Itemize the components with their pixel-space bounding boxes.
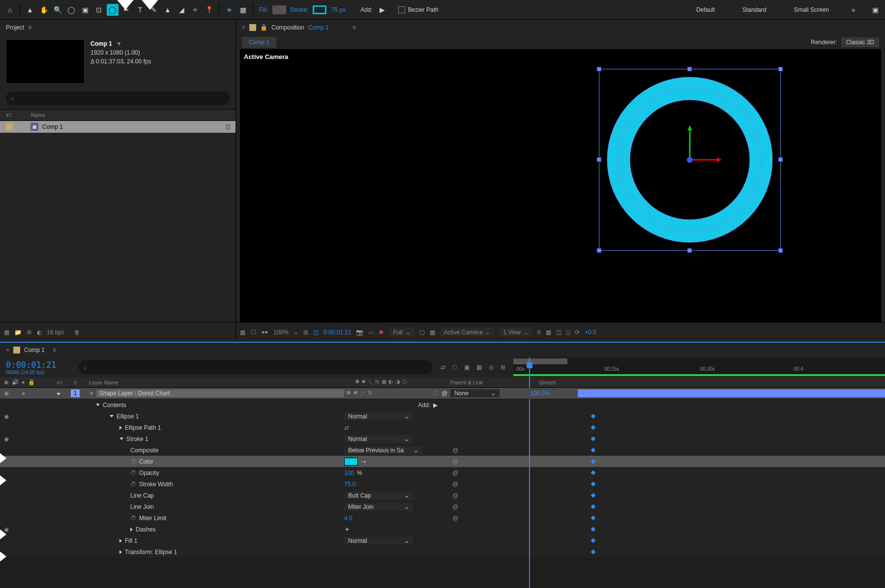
twirl-down-icon[interactable] [96,404,100,406]
workspace-default[interactable]: Default [696,6,715,13]
project-tab-title[interactable]: Project [6,24,24,31]
project-search[interactable]: ⌕ [6,91,230,105]
prop-color[interactable]: ⏱Color ⇢ @ [0,456,885,467]
parent-dropdown[interactable]: None⌄ [450,389,500,397]
solo-col-icon[interactable]: ● [22,379,25,385]
layers-icon[interactable]: ▦ [476,364,482,371]
home-icon[interactable]: ⌂ [4,4,16,16]
flowchart-icon[interactable]: ⌹ [226,123,230,130]
add-dash-icon[interactable]: ＋ [344,525,350,533]
stopwatch-icon[interactable]: ⏱ [130,515,136,522]
layer-name[interactable]: Shape Layer - Donut Chart [96,389,344,397]
prop-composite[interactable]: Composite Below Previous in Sa⌄ @ [0,444,885,456]
bbox-handle[interactable] [597,67,601,71]
selection-tool-icon[interactable]: ▲ [24,4,36,16]
camera-tool-icon[interactable]: ▣ [79,4,91,16]
view-opt-icon[interactable]: ◫ [556,329,561,336]
color-swatch[interactable] [344,458,358,466]
label-col-icon[interactable]: 🏷 [57,380,65,385]
comp-settings-icon[interactable]: ⚙ [27,329,32,336]
prop-miter-limit[interactable]: ⏱Miter Limit 4.0 @ [0,512,885,524]
bbox-handle[interactable] [687,248,692,253]
twirl-down-icon[interactable] [110,415,114,417]
alpha-icon[interactable]: ▦ [240,329,245,336]
bbox-handle[interactable] [687,67,692,71]
eye-col-icon[interactable]: ◉ [4,379,9,385]
3d-icon[interactable]: ⬡ [452,364,457,371]
timeline-search[interactable]: ⌕ [79,360,433,374]
camera-dropdown[interactable]: Active Camera⌄ [440,328,495,337]
stopwatch-icon[interactable]: ⏱ [130,481,136,488]
expression-spiral-icon[interactable]: @ [452,515,458,522]
prop-contents[interactable]: Contents Add:▶ [0,399,885,411]
twirl-down-icon[interactable] [57,393,60,395]
solo-dot[interactable]: ● [22,390,25,397]
refresh-icon[interactable]: ⟳ [575,329,580,336]
eye-icon[interactable]: ◉ [4,413,9,420]
time-ruler[interactable]: :00s 00:15s 00:30s 00:4 [513,357,885,377]
project-item-row[interactable]: ▦ Comp 1 ⌹ [0,121,236,133]
expression-spiral-icon[interactable]: @ [452,458,458,465]
panel-menu-icon[interactable]: ≡ [53,347,56,353]
fill-swatch[interactable] [272,5,286,14]
reticle-icon[interactable]: ⊞ [303,329,308,336]
bpc-value[interactable]: 16 bpc [47,329,64,336]
name-column-header[interactable]: Name [31,112,45,118]
timecode-display[interactable]: 0:00:01:21 [324,329,352,336]
eye-icon[interactable]: ◉ [4,390,9,397]
comp-thumbnail[interactable] [6,39,85,84]
blend-mode-dropdown[interactable]: Normal⌄ [344,537,413,545]
pan-behind-tool-icon[interactable]: ⊡ [93,4,105,16]
expression-spiral-icon[interactable]: @ [452,503,458,510]
zoom-tool-icon[interactable]: 🔍 [52,4,63,16]
star-icon[interactable]: ★ [223,4,235,16]
view-opt-icon[interactable]: ⌹ [566,329,570,336]
snapshot-icon[interactable]: 📷 [356,329,363,336]
resolution-dropdown[interactable]: Full⌄ [389,328,414,337]
panel-menu-icon[interactable]: ≡ [353,24,356,31]
views-dropdown[interactable]: 1 View⌄ [499,328,532,337]
twirl-right-icon[interactable] [119,550,122,554]
panel-menu-icon[interactable]: ≡ [28,24,31,31]
blend-mode-dropdown[interactable]: Normal⌄ [344,435,413,443]
interpret-icon[interactable]: ▦ [4,329,9,336]
breadcrumb[interactable]: Comp 1 [242,37,276,48]
eye-icon[interactable]: ◉ [4,436,9,442]
view-opt-icon[interactable]: ⎘ [537,329,541,336]
channels-icon[interactable]: ❖ [379,329,384,336]
eyedropper-icon[interactable]: ⇢ [361,458,366,465]
composition-viewport[interactable]: Active Camera [240,49,881,322]
bbox-handle[interactable] [778,157,783,162]
stopwatch-icon[interactable]: ⏱ [130,458,136,465]
current-timecode[interactable]: 0:00:01:21 [6,360,73,370]
miter-limit-value[interactable]: 4.0 [344,515,353,522]
expression-spiral-icon[interactable]: @ [452,481,458,488]
timeline-tab-name[interactable]: Comp 1 [24,347,45,353]
prop-transform-ellipse[interactable]: Transform: Ellipse 1 [0,546,885,558]
trash-icon[interactable]: 🗑 [74,329,80,336]
stopwatch-icon[interactable]: ⏱ [130,470,136,476]
prop-dashes[interactable]: ◉ Dashes ＋ [0,524,885,535]
expression-spiral-icon[interactable]: @ [452,492,458,499]
renderer-value[interactable]: Classic 3D [841,37,879,47]
transparency-icon[interactable]: ▦ [430,329,435,336]
composite-dropdown[interactable]: Below Previous in Sa⌄ [344,446,422,454]
bezier-checkbox[interactable] [398,6,405,13]
add-play-icon[interactable]: ▶ [433,402,438,409]
expression-spiral-icon[interactable]: @ [452,447,458,454]
bbox-handle[interactable] [778,248,783,253]
composition-name[interactable]: Comp 1 [308,24,329,31]
bbox-handle[interactable] [597,248,601,253]
roi-icon[interactable]: ▢ [419,329,425,336]
bbox-handle[interactable] [597,157,601,162]
stamp-tool-icon[interactable]: ▲ [162,4,174,16]
path-icon[interactable]: ⇄ [344,424,349,431]
layer-duration-bar[interactable] [578,389,885,397]
blend-mode-dropdown[interactable]: Normal⌄ [344,412,413,420]
view-opt-icon[interactable]: ▦ [546,329,551,336]
monitor-icon[interactable]: 🖵 [250,329,256,336]
close-tab-icon[interactable]: × [6,347,9,353]
lock-col-icon[interactable]: 🔒 [28,379,35,385]
grid-icon[interactable]: ▦ [237,4,249,16]
add-play-icon[interactable]: ▶ [377,4,388,16]
